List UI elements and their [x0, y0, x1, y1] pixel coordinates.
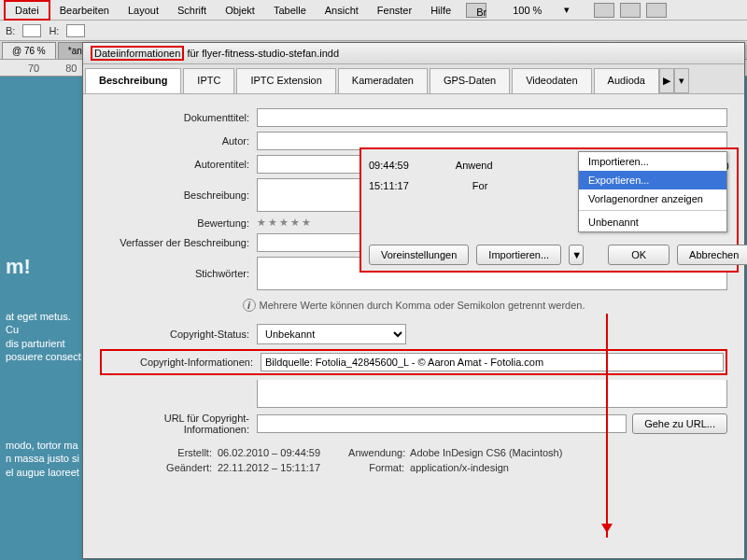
input-copyright-info[interactable]: [261, 353, 724, 371]
label-format: Format:: [348, 462, 404, 473]
label-bewertung: Bewertung:: [100, 217, 257, 229]
value-format: application/x-indesign: [410, 462, 509, 473]
info-icon: i: [243, 299, 256, 312]
value-erstellt: 06.02.2010 – 09:44:59: [218, 447, 320, 458]
importieren-dropdown-button[interactable]: ▼: [569, 245, 584, 265]
popup-time1: 09:44:59: [369, 160, 409, 171]
ok-button[interactable]: OK: [608, 245, 669, 265]
tab-iptc[interactable]: IPTC: [183, 68, 234, 93]
import-export-popup: 09:44:59 Anwend osh) 15:11:17 For Import…: [359, 147, 739, 273]
input-copyright-info-extra[interactable]: [257, 380, 727, 408]
width-swatch[interactable]: [22, 24, 41, 37]
menu-schrift[interactable]: Schrift: [168, 2, 216, 19]
bridge-icon[interactable]: Br: [466, 3, 486, 18]
label-beschreibung: Beschreibung:: [100, 189, 257, 201]
menu-layout[interactable]: Layout: [119, 2, 168, 19]
menu-tabelle[interactable]: Tabelle: [264, 2, 316, 19]
chevron-down-icon: ▾: [555, 1, 579, 19]
label-erstellt: Erstellt:: [156, 447, 212, 458]
keywords-note: iMehrere Werte können durch Komma oder S…: [100, 295, 727, 319]
dialog-title-suffix: für flyer-fitness-studio-stefan.indd: [184, 48, 339, 59]
app-menubar: Datei Bearbeiten Layout Schrift Objekt T…: [0, 0, 747, 21]
width-label: B:: [6, 25, 15, 36]
label-geaendert: Geändert:: [156, 462, 212, 473]
menu-ansicht[interactable]: Ansicht: [316, 2, 368, 19]
height-swatch[interactable]: [66, 24, 85, 37]
tab-iptc-extension[interactable]: IPTC Extension: [236, 68, 335, 93]
popup-anwend: Anwend: [456, 160, 493, 171]
menu-item-unbenannt[interactable]: Unbenannt: [579, 213, 726, 231]
label-copyright-status: Copyright-Status:: [100, 329, 257, 340]
menu-bearbeiten[interactable]: Bearbeiten: [50, 2, 119, 19]
canvas-text: at eget metus. Cudis parturientposuere c…: [6, 310, 85, 363]
menu-item-vorlagen[interactable]: Vorlagenordner anzeigen: [579, 189, 726, 208]
value-geaendert: 22.11.2012 – 15:11:17: [218, 462, 320, 473]
popup-for: For: [472, 180, 488, 191]
tab-kameradaten[interactable]: Kameradaten: [338, 68, 428, 93]
height-label: H:: [49, 25, 59, 36]
dialog-titlebar: Dateiinformationen für flyer-fitness-stu…: [83, 43, 744, 64]
menu-item-importieren[interactable]: Importieren...: [579, 152, 726, 171]
doc-tab-1[interactable]: @ 76 %: [2, 42, 56, 59]
rating-stars[interactable]: ★★★★★: [257, 217, 311, 229]
canvas-text-2: modo, tortor man massa justo siel augue …: [6, 439, 85, 479]
file-info-dialog: Dateiinformationen für flyer-fitness-stu…: [82, 42, 745, 559]
arrange-icon[interactable]: [646, 3, 667, 18]
input-dokumenttitel[interactable]: [257, 108, 727, 127]
label-autor: Autor:: [100, 135, 257, 147]
menu-objekt[interactable]: Objekt: [216, 2, 264, 19]
tab-scroll-right[interactable]: ▶: [659, 68, 674, 93]
tab-gps-daten[interactable]: GPS-Daten: [430, 68, 510, 93]
popup-button-row: Voreinstellungen Importieren... ▼ OK Abb…: [361, 239, 737, 271]
dialog-title-prefix: Dateiinformationen: [91, 46, 184, 61]
menu-datei[interactable]: Datei: [4, 0, 50, 21]
abbrechen-button[interactable]: Abbrechen: [677, 245, 747, 265]
label-stichwoerter: Stichwörter:: [100, 268, 257, 279]
label-autorentitel: Autorentitel:: [100, 159, 257, 170]
popup-time2: 15:11:17: [369, 180, 409, 191]
label-dokumenttitel: Dokumenttitel:: [100, 112, 257, 123]
importieren-button[interactable]: Importieren...: [476, 245, 561, 265]
menu-hilfe[interactable]: Hilfe: [421, 2, 460, 19]
input-copyright-url[interactable]: [257, 414, 627, 433]
tab-overflow[interactable]: ▾: [674, 68, 689, 93]
screen-mode-icon[interactable]: [594, 3, 614, 18]
metadata-block: Erstellt:06.02.2010 – 09:44:59 Anwendung…: [100, 440, 727, 473]
control-bar: B: H:: [0, 21, 747, 41]
view-options-icon[interactable]: [620, 3, 641, 18]
menu-item-exportieren[interactable]: Exportieren...: [579, 171, 726, 189]
label-copyright-url: URL für Copyright-Informationen:: [100, 413, 257, 435]
tab-videodaten[interactable]: Videodaten: [512, 68, 591, 93]
voreinstellungen-button[interactable]: Voreinstellungen: [369, 245, 469, 265]
menu-fenster[interactable]: Fenster: [368, 2, 421, 19]
zoom-field[interactable]: 100 % ▾: [494, 0, 588, 21]
goto-url-button[interactable]: Gehe zu URL...: [632, 413, 727, 434]
label-verfasser: Verfasser der Beschreibung:: [100, 237, 257, 248]
label-copyright-info: Copyright-Informationen:: [104, 357, 261, 368]
import-dropdown-menu: Importieren... Exportieren... Vorlagenor…: [578, 151, 727, 232]
tab-beschreibung[interactable]: Beschreibung: [85, 68, 181, 93]
tab-audiodaten[interactable]: Audioda: [594, 68, 659, 93]
select-copyright-status[interactable]: Unbekannt: [257, 324, 406, 344]
canvas-head: m!: [6, 254, 80, 281]
value-anwendung: Adobe InDesign CS6 (Macintosh): [410, 447, 562, 458]
annotation-arrow: [606, 314, 608, 538]
label-anwendung: Anwendung:: [348, 447, 404, 458]
dialog-tabstrip: Beschreibung IPTC IPTC Extension Kamerad…: [83, 64, 744, 94]
